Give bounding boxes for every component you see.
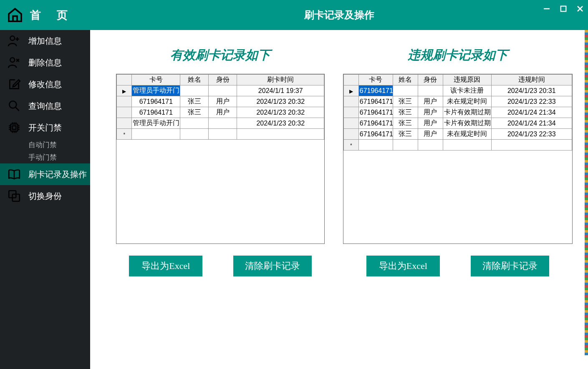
col-name[interactable]: 姓名 (180, 75, 209, 85)
cell-name[interactable]: 张三 (393, 107, 418, 118)
cell-card[interactable]: 671964171 (358, 129, 393, 140)
table-row[interactable]: 671964171 张三 用户 卡片有效期过期 2024/1/24 21:34 (343, 107, 572, 118)
cell-reason[interactable]: 该卡未注册 (443, 85, 491, 96)
col-card[interactable]: 卡号 (132, 75, 180, 85)
cell-role[interactable]: 用户 (418, 129, 443, 140)
search-icon (6, 98, 23, 114)
cell-role[interactable] (209, 118, 237, 129)
clear-valid-button[interactable]: 清除刷卡记录 (233, 256, 312, 276)
sidebar-sub-label: 手动门禁 (28, 153, 57, 162)
cell-name[interactable]: 张三 (180, 96, 209, 107)
cell-role[interactable] (418, 85, 443, 96)
cell-card[interactable]: 671964171 (132, 107, 180, 118)
chip-icon (6, 119, 23, 136)
col-reason[interactable]: 违规原因 (443, 75, 491, 85)
sidebar-sub-manual-door[interactable]: 手动门禁 (0, 151, 90, 163)
cell-name[interactable] (180, 85, 209, 96)
col-name[interactable]: 姓名 (393, 75, 418, 85)
clear-invalid-button[interactable]: 清除刷卡记录 (471, 256, 549, 276)
sidebar-item-door-control[interactable]: 开关门禁 (0, 117, 90, 138)
cell-time[interactable]: 2024/1/23 20:31 (491, 85, 572, 96)
col-time[interactable]: 违规时间 (491, 75, 572, 85)
user-x-icon (6, 54, 23, 71)
table-new-row[interactable]: * (117, 129, 324, 140)
sidebar-item-add-info[interactable]: 增加信息 (0, 30, 90, 52)
cell-reason[interactable]: 未在规定时间 (443, 96, 491, 107)
cell-time[interactable]: 2024/1/24 21:34 (491, 107, 572, 118)
invalid-grid[interactable]: 卡号 姓名 身份 违规原因 违规时间 ▶ 671964171 (343, 74, 573, 244)
cell-name[interactable] (180, 118, 209, 129)
cell-reason[interactable]: 卡片有效期过期 (443, 107, 491, 118)
close-button[interactable] (575, 4, 585, 13)
table-row[interactable]: 671964171 张三 用户 卡片有效期过期 2024/1/24 21:34 (343, 118, 572, 129)
cell-card[interactable]: 671964171 (358, 107, 393, 118)
invalid-title: 违规刷卡记录如下 (408, 47, 508, 64)
table-row[interactable]: ▶ 671964171 该卡未注册 2024/1/23 20:31 (343, 85, 572, 96)
cell-name[interactable]: 张三 (393, 129, 418, 140)
table-row[interactable]: 671964171 张三 用户 未在规定时间 2024/1/23 22:33 (343, 129, 572, 140)
export-invalid-button[interactable]: 导出为Excel (366, 256, 440, 276)
book-icon (6, 166, 23, 183)
cell-card[interactable]: 管理员手动开门 (132, 85, 180, 96)
svg-point-2 (9, 101, 16, 108)
cell-name[interactable] (393, 85, 418, 96)
cell-card[interactable]: 671964171 (358, 85, 393, 96)
cell-reason[interactable]: 未在规定时间 (443, 129, 491, 140)
svg-point-1 (10, 58, 15, 62)
table-new-row[interactable]: * (343, 140, 572, 151)
cell-time[interactable]: 2024/1/23 20:32 (237, 96, 324, 107)
cell-name[interactable]: 张三 (393, 96, 418, 107)
sidebar-item-label: 删除信息 (28, 57, 62, 68)
cell-card[interactable]: 管理员手动开门 (132, 118, 180, 129)
right-edge-stripe (585, 30, 588, 355)
edit-icon (6, 76, 23, 93)
col-role[interactable]: 身份 (209, 75, 237, 85)
new-row-indicator-icon: * (350, 143, 352, 148)
cell-time[interactable]: 2024/1/23 20:32 (237, 107, 324, 118)
sidebar-item-label: 刷卡记录及操作 (28, 169, 87, 180)
col-role[interactable]: 身份 (418, 75, 443, 85)
cell-role[interactable] (209, 85, 237, 96)
col-time[interactable]: 刷卡时间 (237, 75, 324, 85)
sidebar-item-card-records[interactable]: 刷卡记录及操作 (0, 163, 90, 185)
sidebar-item-switch-role[interactable]: 切换身份 (0, 185, 90, 207)
svg-rect-3 (11, 124, 18, 131)
table-row[interactable]: ▶ 管理员手动开门 2024/1/1 19:37 (117, 85, 324, 96)
valid-records-panel: 有效刷卡记录如下 卡号 姓名 身份 刷卡时间 (102, 47, 339, 369)
sidebar-item-label: 修改信息 (28, 79, 62, 90)
cell-card[interactable]: 671964171 (358, 118, 393, 129)
cell-card[interactable]: 671964171 (132, 96, 180, 107)
cell-time[interactable]: 2024/1/24 21:34 (491, 118, 572, 129)
cell-card[interactable]: 671964171 (358, 96, 393, 107)
sidebar-item-home[interactable]: 首 页 (0, 0, 90, 30)
cell-time[interactable]: 2024/1/1 19:37 (237, 85, 324, 96)
maximize-button[interactable] (559, 4, 568, 13)
cell-role[interactable]: 用户 (418, 107, 443, 118)
page-title: 刷卡记录及操作 (304, 8, 374, 22)
sidebar-item-label: 开关门禁 (28, 122, 62, 133)
sidebar-item-delete-info[interactable]: 删除信息 (0, 52, 90, 73)
cell-role[interactable]: 用户 (209, 96, 237, 107)
cell-role[interactable]: 用户 (418, 96, 443, 107)
table-row[interactable]: 管理员手动开门 2024/1/23 20:32 (117, 118, 324, 129)
cell-reason[interactable]: 卡片有效期过期 (443, 118, 491, 129)
cell-name[interactable]: 张三 (393, 118, 418, 129)
sidebar-item-label: 增加信息 (28, 35, 62, 47)
cell-role[interactable]: 用户 (418, 118, 443, 129)
cell-time[interactable]: 2024/1/23 22:33 (491, 96, 572, 107)
table-row[interactable]: 671964171 张三 用户 2024/1/23 20:32 (117, 96, 324, 107)
cell-time[interactable]: 2024/1/23 20:32 (237, 118, 324, 129)
cell-role[interactable]: 用户 (209, 107, 237, 118)
export-valid-button[interactable]: 导出为Excel (129, 256, 202, 276)
table-row[interactable]: 671964171 张三 用户 2024/1/23 20:32 (117, 107, 324, 118)
sidebar-item-edit-info[interactable]: 修改信息 (0, 73, 90, 95)
sidebar-item-query-info[interactable]: 查询信息 (0, 95, 90, 117)
cell-name[interactable]: 张三 (180, 107, 209, 118)
table-row[interactable]: 671964171 张三 用户 未在规定时间 2024/1/23 22:33 (343, 96, 572, 107)
valid-title: 有效刷卡记录如下 (170, 47, 270, 64)
cell-time[interactable]: 2024/1/23 22:33 (491, 129, 572, 140)
col-card[interactable]: 卡号 (358, 75, 393, 85)
valid-grid[interactable]: 卡号 姓名 身份 刷卡时间 ▶ 管理员手动开门 (116, 74, 325, 244)
sidebar-sub-auto-door[interactable]: 自动门禁 (0, 138, 90, 151)
minimize-button[interactable] (542, 4, 551, 13)
